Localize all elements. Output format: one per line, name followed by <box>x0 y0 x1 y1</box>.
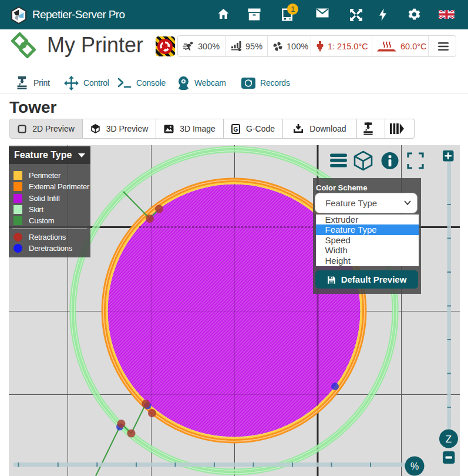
svg-text:1: 1 <box>291 5 295 14</box>
svg-text:G: G <box>234 126 238 132</box>
svg-text:%: % <box>410 461 419 471</box>
svg-text:Z: Z <box>446 434 452 445</box>
